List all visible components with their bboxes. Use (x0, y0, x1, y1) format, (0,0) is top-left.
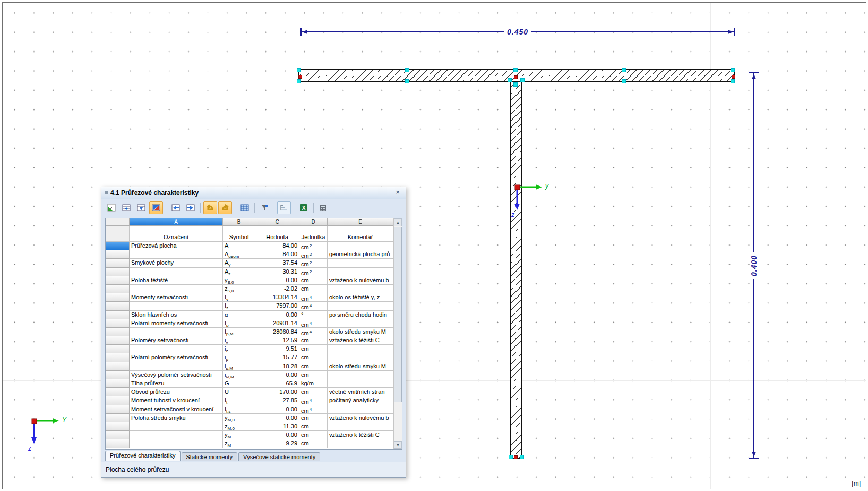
table-row[interactable]: Poloha těžištěyS,00.00cmvztaženo k nulov… (106, 276, 393, 285)
node-marker[interactable] (514, 75, 518, 79)
cell-label[interactable]: Poloha těžiště (130, 276, 223, 285)
row-selector[interactable] (106, 242, 130, 250)
cell-comment[interactable]: vztaženo k nulovému b (328, 276, 393, 285)
cell-symbol[interactable]: A (223, 242, 255, 250)
scroll-up-icon[interactable]: ▲ (394, 218, 402, 226)
cell-unit[interactable]: cm (299, 388, 328, 396)
dialog-titlebar[interactable]: 4.1 Průřezové charakteristiky × (101, 187, 406, 199)
cell-label[interactable] (130, 328, 223, 336)
scroll-down-icon[interactable]: ▼ (394, 441, 402, 449)
cell-label[interactable]: Polární poloměry setrvačnosti (130, 353, 223, 362)
row-selector[interactable] (106, 336, 130, 345)
row-selector[interactable] (106, 293, 130, 302)
table-row[interactable]: Poloměry setrvačnostiiy12.59cmvztaženo k… (106, 336, 393, 345)
cell-value[interactable]: -2.02 (255, 285, 299, 293)
cell-label[interactable]: Průřezová plocha (130, 242, 223, 250)
cell-label[interactable]: Moment tuhosti v kroucení (130, 396, 223, 405)
cell-comment[interactable] (328, 285, 393, 293)
cell-symbol[interactable]: yS,0 (223, 276, 255, 285)
cell-symbol[interactable]: It (223, 396, 255, 405)
cell-label[interactable] (130, 431, 223, 439)
table-row[interactable]: Sklon hlavních osα0.00°po směru chodu ho… (106, 311, 393, 319)
node-marker[interactable] (514, 455, 518, 459)
outline-levels-icon[interactable] (277, 201, 291, 214)
cell-value[interactable]: 84.00 (255, 242, 299, 250)
vertical-scrollbar[interactable]: ▲ ▼ (393, 218, 402, 449)
cell-comment[interactable]: počítaný analyticky (328, 396, 393, 405)
cell-value[interactable]: 0.00 (255, 276, 299, 285)
table-row[interactable]: zS,0-2.02cm (106, 285, 393, 293)
cell-unit[interactable]: cm4 (299, 405, 328, 414)
row-selector[interactable] (106, 431, 130, 439)
table-row[interactable]: Polární momenty setrvačnostiIp20901.14cm… (106, 319, 393, 328)
row-selector[interactable] (106, 353, 130, 362)
cell-value[interactable]: 84.00 (255, 250, 299, 259)
excel-export-icon[interactable]: X (297, 201, 311, 214)
node-marker[interactable] (732, 75, 735, 79)
cell-unit[interactable]: kg/m (299, 379, 328, 388)
table-row[interactable]: Az30.31cm2 (106, 268, 393, 276)
cell-value[interactable]: 0.00 (255, 405, 299, 414)
cell-symbol[interactable]: U (223, 388, 255, 396)
cell-label[interactable]: Poloha středu smyku (130, 414, 223, 422)
cell-unit[interactable]: cm (299, 414, 328, 422)
row-selector[interactable] (106, 388, 130, 396)
cell-value[interactable]: 28060.84 (255, 328, 299, 336)
row-selector[interactable] (106, 276, 130, 285)
row-selector[interactable] (106, 414, 130, 422)
selection-handle[interactable] (508, 78, 512, 82)
cell-symbol[interactable]: yM,0 (223, 414, 255, 422)
column-header-B[interactable]: B (223, 218, 255, 226)
table-row[interactable]: ip,M18.28cmokolo středu smyku M (106, 362, 393, 371)
edit-cells-icon[interactable] (149, 201, 163, 214)
cell-value[interactable]: 170.00 (255, 388, 299, 396)
cell-symbol[interactable]: Ip,M (223, 328, 255, 336)
table-row[interactable]: zM,0-11.30cm (106, 422, 393, 431)
cell-unit[interactable]: cm4 (299, 319, 328, 328)
column-header-E[interactable]: E (328, 218, 393, 226)
cell-label[interactable] (130, 268, 223, 276)
cell-label[interactable] (130, 422, 223, 431)
cell-symbol[interactable]: iω,M (223, 371, 255, 379)
cell-comment[interactable] (328, 302, 393, 310)
cell-comment[interactable] (328, 259, 393, 267)
cell-unit[interactable]: cm (299, 336, 328, 345)
cell-value[interactable]: 0.00 (255, 371, 299, 379)
row-selector[interactable] (106, 396, 130, 405)
cell-value[interactable]: -11.30 (255, 422, 299, 431)
cell-value[interactable]: 9.51 (255, 345, 299, 353)
calculator-icon[interactable] (316, 201, 330, 214)
cell-value[interactable]: 27.85 (255, 396, 299, 405)
cell-symbol[interactable]: zS,0 (223, 285, 255, 293)
row-selector[interactable] (106, 311, 130, 319)
cell-value[interactable]: 7597.00 (255, 302, 299, 310)
cell-unit[interactable]: cm (299, 371, 328, 379)
row-selector[interactable] (106, 379, 130, 388)
cell-symbol[interactable]: zM,0 (223, 422, 255, 431)
cell-comment[interactable]: vztaženo k těžišti C (328, 431, 393, 439)
cell-unit[interactable]: cm (299, 439, 328, 448)
cell-symbol[interactable]: Az (223, 268, 255, 276)
cell-symbol[interactable]: ip,M (223, 362, 255, 371)
cell-comment[interactable]: včetně vnitřních stran (328, 388, 393, 396)
print-graphic-icon[interactable] (105, 201, 118, 214)
cell-unit[interactable]: cm2 (299, 242, 328, 250)
close-icon[interactable]: × (393, 189, 402, 197)
row-selector[interactable] (106, 422, 130, 431)
row-selector[interactable] (106, 371, 130, 379)
cell-comment[interactable] (328, 268, 393, 276)
cell-label[interactable]: Tíha průřezu (130, 379, 223, 388)
cell-symbol[interactable]: ip (223, 353, 255, 362)
undo-icon[interactable] (203, 201, 217, 214)
cell-comment[interactable]: vztaženo k nulovému b (328, 414, 393, 422)
corner-cell[interactable] (106, 218, 130, 226)
selection-handle[interactable] (405, 79, 409, 83)
cell-unit[interactable]: cm (299, 362, 328, 371)
cell-label[interactable] (130, 362, 223, 371)
row-selector[interactable] (106, 362, 130, 371)
cell-comment[interactable]: vztaženo k těžišti C (328, 336, 393, 345)
table-row[interactable]: Polární poloměry setrvačnostiip15.77cm (106, 353, 393, 362)
section-web[interactable] (510, 80, 522, 459)
cell-unit[interactable]: cm4 (299, 293, 328, 302)
cell-comment[interactable] (328, 242, 393, 250)
